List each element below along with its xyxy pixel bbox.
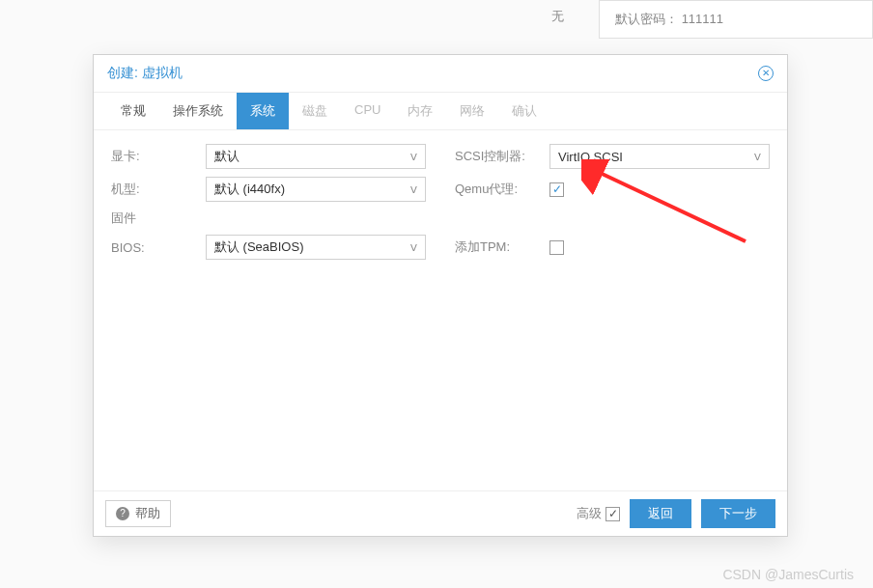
- scsi-value: VirtIO SCSI: [558, 150, 623, 164]
- form-row: BIOS: 默认 (SeaBIOS) ᐯ 添加TPM:: [111, 235, 770, 260]
- firmware-field: 固件: [111, 210, 426, 227]
- bg-right-label: 默认密码：: [615, 12, 678, 26]
- model-value: 默认 (i440fx): [214, 181, 285, 198]
- create-vm-dialog: 创建: 虚拟机 常规 操作系统 系统 磁盘 CPU 内存 网络 确认 显卡: 默…: [93, 54, 788, 537]
- help-icon: ?: [116, 507, 129, 520]
- dialog-header: 创建: 虚拟机: [94, 55, 787, 93]
- bios-label: BIOS:: [111, 240, 198, 255]
- scsi-select[interactable]: VirtIO SCSI ᐯ: [549, 144, 770, 169]
- help-button[interactable]: ? 帮助: [105, 500, 171, 527]
- bios-value: 默认 (SeaBIOS): [214, 238, 303, 256]
- back-button[interactable]: 返回: [630, 499, 691, 528]
- tab-network[interactable]: 网络: [446, 93, 498, 129]
- bg-left-panel: 无: [0, 0, 579, 33]
- chevron-down-icon: ᐯ: [410, 242, 417, 253]
- dialog-body: 显卡: 默认 ᐯ SCSI控制器: VirtIO SCSI ᐯ 机型: 默认 (…: [94, 130, 787, 490]
- tab-cpu[interactable]: CPU: [341, 93, 394, 129]
- model-field: 机型: 默认 (i440fx) ᐯ: [111, 177, 426, 202]
- bg-right-value: 111111: [682, 12, 723, 26]
- gpu-select[interactable]: 默认 ᐯ: [206, 144, 426, 169]
- gpu-field: 显卡: 默认 ᐯ: [111, 144, 426, 169]
- chevron-down-icon: ᐯ: [410, 184, 417, 195]
- gpu-value: 默认: [214, 148, 239, 165]
- form-row: 显卡: 默认 ᐯ SCSI控制器: VirtIO SCSI ᐯ: [111, 144, 770, 169]
- model-label: 机型:: [111, 181, 198, 198]
- bios-field: BIOS: 默认 (SeaBIOS) ᐯ: [111, 235, 426, 260]
- help-label: 帮助: [135, 505, 160, 522]
- tpm-field: 添加TPM:: [455, 238, 770, 256]
- form-row: 固件: [111, 210, 770, 227]
- close-icon[interactable]: [758, 66, 774, 81]
- tab-memory[interactable]: 内存: [394, 93, 446, 129]
- form-row: 机型: 默认 (i440fx) ᐯ Qemu代理:: [111, 177, 770, 202]
- tab-confirm[interactable]: 确认: [498, 93, 550, 129]
- model-select[interactable]: 默认 (i440fx) ᐯ: [206, 177, 426, 202]
- qemu-label: Qemu代理:: [455, 181, 542, 198]
- gpu-label: 显卡:: [111, 148, 198, 165]
- tpm-label: 添加TPM:: [455, 238, 542, 256]
- tab-general[interactable]: 常规: [107, 93, 159, 129]
- chevron-down-icon: ᐯ: [754, 152, 761, 162]
- qemu-field: Qemu代理:: [455, 181, 770, 198]
- dialog-footer: ? 帮助 高级 返回 下一步: [94, 490, 787, 536]
- footer-right: 高级 返回 下一步: [577, 499, 775, 528]
- tabbar: 常规 操作系统 系统 磁盘 CPU 内存 网络 确认: [94, 93, 787, 130]
- advanced-toggle[interactable]: 高级: [577, 505, 620, 522]
- dialog-title: 创建: 虚拟机: [107, 65, 183, 82]
- tpm-checkbox[interactable]: [549, 240, 564, 255]
- chevron-down-icon: ᐯ: [410, 152, 417, 162]
- scsi-label: SCSI控制器:: [455, 148, 542, 165]
- advanced-checkbox[interactable]: [605, 507, 620, 521]
- next-button[interactable]: 下一步: [701, 499, 775, 528]
- scsi-field: SCSI控制器: VirtIO SCSI ᐯ: [455, 144, 770, 169]
- tab-disk[interactable]: 磁盘: [289, 93, 341, 129]
- qemu-checkbox[interactable]: [549, 182, 564, 197]
- tab-os[interactable]: 操作系统: [159, 93, 237, 129]
- bg-right-panel: 默认密码： 111111: [599, 0, 873, 39]
- bios-select[interactable]: 默认 (SeaBIOS) ᐯ: [206, 235, 426, 260]
- firmware-label: 固件: [111, 210, 198, 227]
- bg-left-text: 无: [551, 9, 564, 23]
- tab-system[interactable]: 系统: [237, 93, 289, 129]
- advanced-label: 高级: [577, 505, 602, 522]
- watermark: CSDN @JamesCurtis: [722, 567, 854, 582]
